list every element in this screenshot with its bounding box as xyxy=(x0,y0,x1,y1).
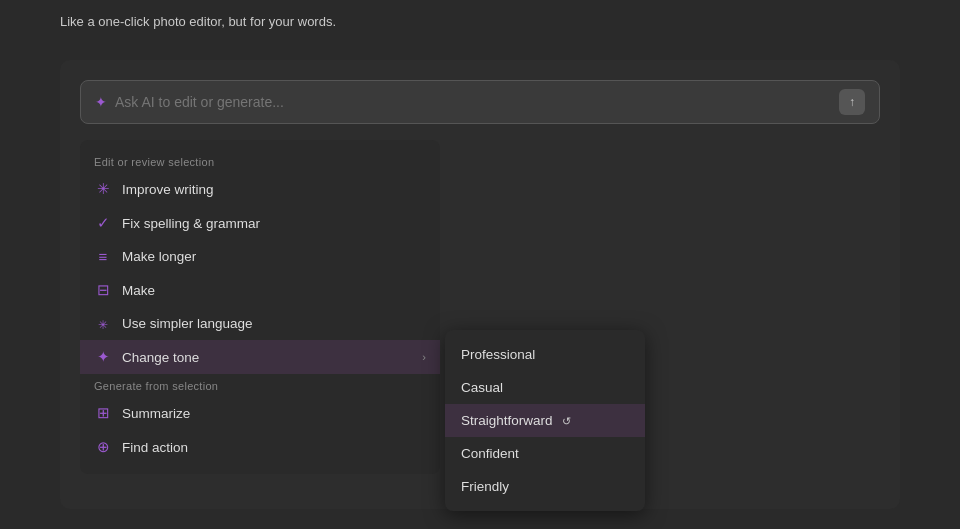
section2-label: Generate from selection xyxy=(80,374,440,396)
tone-submenu: Professional Casual Straightforward ↺ Co… xyxy=(445,330,645,511)
lines-icon xyxy=(94,248,112,265)
menu-item-fix[interactable]: Fix spelling & grammar xyxy=(80,206,440,240)
menu-item-improve-label: Improve writing xyxy=(122,182,214,197)
menu-item-tone-label: Change tone xyxy=(122,350,199,365)
menu-item-action-label: Find action xyxy=(122,440,188,455)
dropdown-container: Edit or review selection Improve writing… xyxy=(80,140,880,474)
menu-item-action[interactable]: Find action xyxy=(80,430,440,464)
wand-icon xyxy=(94,348,112,366)
search-bar[interactable]: ✦ ↑ xyxy=(80,80,880,124)
main-container: ✦ ↑ Edit or review selection Improve wri… xyxy=(60,60,900,509)
submenu-straightforward-label: Straightforward xyxy=(461,413,553,428)
cursor-icon: ↺ xyxy=(562,415,571,427)
menu-item-make-label: Make xyxy=(122,283,155,298)
main-menu: Edit or review selection Improve writing… xyxy=(80,140,440,474)
short-lines-icon xyxy=(94,281,112,299)
menu-item-fix-label: Fix spelling & grammar xyxy=(122,216,260,231)
chevron-right-icon: › xyxy=(422,351,426,363)
simpler-icon xyxy=(94,315,112,332)
submenu-item-professional[interactable]: Professional xyxy=(445,338,645,371)
submenu-confident-label: Confident xyxy=(461,446,519,461)
submit-arrow-icon: ↑ xyxy=(849,95,855,109)
doc-icon xyxy=(94,404,112,422)
app-background: Like a one-click photo editor, but for y… xyxy=(0,0,960,529)
check-icon xyxy=(94,214,112,232)
submenu-item-casual[interactable]: Casual xyxy=(445,371,645,404)
search-input[interactable] xyxy=(115,94,831,110)
submenu-item-confident[interactable]: Confident xyxy=(445,437,645,470)
improve-icon xyxy=(94,180,112,198)
menu-item-simpler[interactable]: Use simpler language xyxy=(80,307,440,340)
menu-item-longer-label: Make longer xyxy=(122,249,196,264)
submenu-casual-label: Casual xyxy=(461,380,503,395)
search-submit-button[interactable]: ↑ xyxy=(839,89,865,115)
person-icon xyxy=(94,438,112,456)
sparkle-icon: ✦ xyxy=(95,94,107,110)
submenu-item-friendly[interactable]: Friendly xyxy=(445,470,645,503)
menu-item-improve[interactable]: Improve writing xyxy=(80,172,440,206)
submenu-friendly-label: Friendly xyxy=(461,479,509,494)
menu-item-tone[interactable]: Change tone › xyxy=(80,340,440,374)
menu-item-simpler-label: Use simpler language xyxy=(122,316,253,331)
submenu-professional-label: Professional xyxy=(461,347,535,362)
menu-item-summarize[interactable]: Summarize xyxy=(80,396,440,430)
menu-item-summarize-label: Summarize xyxy=(122,406,190,421)
app-subtitle: Like a one-click photo editor, but for y… xyxy=(0,4,396,39)
menu-item-make[interactable]: Make xyxy=(80,273,440,307)
submenu-item-straightforward[interactable]: Straightforward ↺ xyxy=(445,404,645,437)
section1-label: Edit or review selection xyxy=(80,150,440,172)
menu-item-longer[interactable]: Make longer xyxy=(80,240,440,273)
